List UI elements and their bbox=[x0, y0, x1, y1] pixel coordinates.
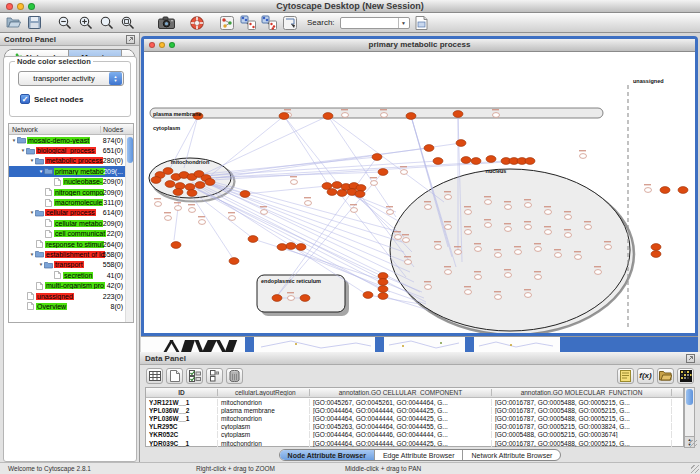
node[interactable] bbox=[445, 195, 452, 200]
node[interactable] bbox=[401, 170, 408, 175]
selected-node[interactable] bbox=[205, 179, 215, 186]
node[interactable] bbox=[381, 113, 388, 118]
selected-node[interactable] bbox=[300, 295, 310, 302]
node[interactable] bbox=[342, 113, 349, 118]
selected-node[interactable] bbox=[248, 236, 258, 243]
tree-scrollbar[interactable] bbox=[125, 135, 133, 322]
table-cell[interactable]: YPL036W__1 bbox=[146, 415, 218, 422]
table-cell[interactable]: [GO:0016787, GO:0005488, GO:0005215, G..… bbox=[492, 415, 672, 422]
manage-networks-icon[interactable] bbox=[217, 14, 236, 31]
search-dropdown-arrow[interactable]: ▼ bbox=[398, 18, 409, 28]
attribute-table-header[interactable]: ID _cellularLayoutRegion annotation.GO C… bbox=[146, 388, 683, 398]
node[interactable] bbox=[351, 208, 358, 213]
col-cellular-layout-region[interactable]: _cellularLayoutRegion bbox=[218, 389, 310, 396]
node[interactable] bbox=[605, 245, 612, 250]
node[interactable] bbox=[595, 270, 602, 275]
selected-node[interactable] bbox=[355, 191, 365, 198]
tree-row[interactable]: response to stimul264(0) bbox=[9, 239, 133, 249]
selected-node[interactable] bbox=[171, 242, 181, 249]
tree-row[interactable]: secretion41(0) bbox=[9, 270, 133, 280]
table-cell[interactable]: [GO:0044464, GO:0044444, GO:0044425, G..… bbox=[310, 407, 492, 414]
selected-node[interactable] bbox=[286, 243, 296, 250]
selected-node[interactable] bbox=[378, 169, 388, 176]
node[interactable] bbox=[515, 250, 522, 255]
notes-icon[interactable] bbox=[617, 368, 634, 384]
node[interactable] bbox=[495, 253, 502, 258]
node[interactable] bbox=[485, 223, 492, 228]
table-row[interactable]: YLR295Ccytoplasm[GO:0045263, GO:0044464,… bbox=[146, 423, 683, 431]
node[interactable] bbox=[525, 203, 532, 208]
selected-node[interactable] bbox=[433, 158, 443, 165]
unselect-attributes-icon[interactable] bbox=[206, 368, 223, 384]
node[interactable] bbox=[493, 113, 500, 118]
node[interactable] bbox=[445, 270, 452, 275]
tree-row[interactable]: unassigned223(0) bbox=[9, 291, 133, 301]
selected-node[interactable] bbox=[165, 181, 175, 188]
selected-node[interactable] bbox=[187, 190, 197, 197]
resize-grip[interactable] bbox=[689, 440, 697, 448]
node[interactable] bbox=[555, 253, 562, 258]
tree-row[interactable]: ▼metabolic process280(0) bbox=[9, 156, 133, 166]
tree-row[interactable]: Overview8(0) bbox=[9, 301, 133, 311]
selected-node[interactable] bbox=[195, 182, 205, 189]
zoom-out-icon[interactable] bbox=[55, 14, 74, 31]
table-cell[interactable]: [GO:0045267, GO:0045261, GO:0044464, G..… bbox=[310, 399, 492, 406]
selected-node[interactable] bbox=[678, 187, 688, 194]
selected-node[interactable] bbox=[525, 158, 535, 165]
selected-node[interactable] bbox=[378, 279, 388, 286]
node[interactable] bbox=[465, 230, 472, 235]
selected-node[interactable] bbox=[279, 113, 289, 120]
selected-node[interactable] bbox=[651, 244, 661, 251]
selected-node[interactable] bbox=[185, 184, 195, 191]
table-cell[interactable]: [GO:0016787, GO:0005488, GO:0005215, G..… bbox=[492, 440, 672, 447]
node[interactable] bbox=[505, 273, 512, 278]
table-cell[interactable]: YPL036W__2 bbox=[146, 407, 218, 414]
node[interactable] bbox=[505, 227, 512, 232]
selected-node[interactable] bbox=[378, 293, 388, 300]
node[interactable] bbox=[535, 247, 542, 252]
table-cell[interactable]: [GO:0016787, GO:0005215, GO:0003824, G..… bbox=[492, 423, 672, 430]
selected-node[interactable] bbox=[151, 177, 161, 184]
node[interactable] bbox=[535, 275, 542, 280]
selected-node[interactable] bbox=[372, 154, 382, 161]
node[interactable] bbox=[475, 275, 482, 280]
node[interactable] bbox=[305, 201, 312, 206]
zoom-selected-icon[interactable] bbox=[118, 14, 137, 31]
node[interactable] bbox=[189, 208, 196, 213]
table-cell[interactable]: YKR052C bbox=[146, 431, 218, 438]
selected-node[interactable] bbox=[272, 295, 282, 302]
col-id[interactable]: ID bbox=[146, 389, 218, 396]
table-cell[interactable]: mitochondrion bbox=[218, 415, 310, 422]
selected-node[interactable] bbox=[378, 286, 388, 293]
table-cell[interactable]: [GO:0005488, GO:0005215, GO:0003674] bbox=[492, 431, 672, 438]
selected-node[interactable] bbox=[173, 189, 183, 196]
network-view-window[interactable]: primary metabolic process plasma membran… bbox=[141, 36, 698, 336]
float-data-panel-icon[interactable] bbox=[686, 354, 695, 363]
node[interactable] bbox=[425, 285, 432, 290]
tree-row[interactable]: cellular metabo209(0) bbox=[9, 218, 133, 228]
node[interactable] bbox=[175, 206, 182, 211]
node[interactable] bbox=[425, 205, 432, 210]
destroy-network-view-icon[interactable] bbox=[259, 14, 278, 31]
formula-icon[interactable]: f(x) bbox=[637, 368, 654, 384]
node[interactable] bbox=[387, 210, 394, 215]
tree-row[interactable]: multi-organism pro42(0) bbox=[9, 280, 133, 290]
import-attributes-icon[interactable] bbox=[657, 368, 674, 384]
table-cell[interactable]: [GO:0016787, GO:0005488, GO:0005215, G..… bbox=[492, 399, 672, 406]
table-row[interactable]: YKR052Ccytoplasm[GO:0044464, GO:0044446,… bbox=[146, 431, 683, 439]
node[interactable] bbox=[525, 293, 532, 298]
tree-row[interactable]: ▼primary metabo209(... bbox=[9, 166, 133, 176]
selected-node[interactable] bbox=[456, 140, 466, 147]
search-text-input[interactable] bbox=[341, 18, 398, 27]
selected-node[interactable] bbox=[651, 251, 661, 258]
table-cell[interactable]: YJR121W__1 bbox=[146, 399, 218, 406]
help-lifebuoy-icon[interactable] bbox=[187, 14, 206, 31]
node[interactable] bbox=[229, 216, 236, 221]
table-cell[interactable]: [GO:0044464, GO:0044444, GO:0044425, G..… bbox=[310, 440, 492, 447]
node[interactable] bbox=[545, 230, 552, 235]
open-folder-icon[interactable] bbox=[4, 14, 23, 31]
attribute-table-icon[interactable] bbox=[146, 368, 163, 384]
network-window-titlebar[interactable]: primary metabolic process bbox=[144, 39, 695, 52]
search-input[interactable]: ▼ bbox=[340, 17, 410, 29]
window-titlebar[interactable]: Cytoscape Desktop (New Session) bbox=[0, 0, 700, 13]
